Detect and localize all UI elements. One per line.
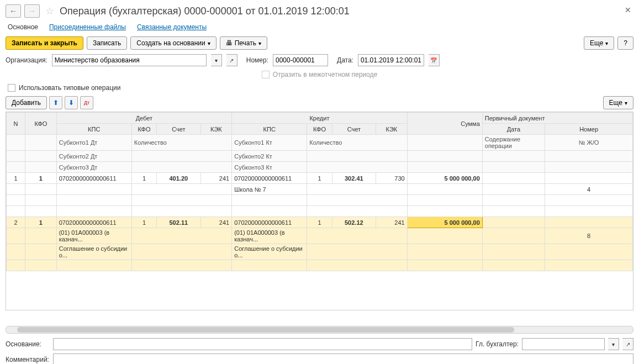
org-dropdown[interactable]: ▾ — [211, 54, 222, 66]
basis-label: Основание: — [6, 340, 50, 348]
page-title: Операция (бухгалтерская) 0000-000001 от … — [60, 6, 350, 17]
entries-grid[interactable]: N КФО Дебет Кредит Сумма Первичный докум… — [6, 112, 633, 310]
num-input[interactable] — [273, 54, 328, 66]
table-row[interactable] — [7, 206, 633, 217]
move-down-button[interactable]: ⬇ — [65, 96, 78, 109]
nav-forward[interactable]: → — [24, 4, 40, 18]
nav-back[interactable]: ← — [6, 4, 21, 18]
close-icon[interactable]: ✕ — [625, 6, 631, 14]
help-button[interactable]: ? — [617, 36, 633, 50]
tab-main[interactable]: Основное — [8, 23, 38, 31]
printer-icon: 🖶 — [226, 39, 233, 47]
chevron-down-icon: ▾ — [625, 100, 627, 106]
print-button[interactable]: 🖶Печать▾ — [220, 36, 267, 50]
org-label: Организация: — [6, 56, 47, 64]
chief-input[interactable] — [522, 338, 605, 350]
grid-more-button[interactable]: Еще▾ — [603, 96, 633, 109]
horizontal-scrollbar[interactable] — [6, 326, 633, 334]
date-label: Дата: — [337, 56, 353, 64]
date-picker[interactable]: 📅 — [429, 54, 440, 66]
table-row[interactable]: Школа № 7 4 — [7, 184, 633, 195]
interperiod-label: Отразить в межотчетном периоде — [273, 71, 377, 78]
table-row[interactable] — [7, 195, 633, 206]
chevron-down-icon: ▾ — [258, 40, 261, 46]
create-basis-button[interactable]: Создать на основании▾ — [130, 36, 216, 50]
table-row[interactable]: Соглашение о субсидии о... Соглашение о … — [7, 244, 633, 260]
table-row[interactable]: (01) 01А000003 (в казнач... (01) 01А0000… — [7, 228, 633, 244]
favorite-icon[interactable]: ☆ — [45, 5, 54, 17]
table-row[interactable]: 2 1 07020000000000611 1 502.11 241 07020… — [7, 217, 633, 228]
interperiod-checkbox[interactable] — [262, 71, 270, 78]
comment-input[interactable] — [53, 354, 633, 364]
save-button[interactable]: Записать — [87, 36, 127, 50]
table-row[interactable]: 1 1 07020000000000611 1 401.20 241 07020… — [7, 173, 633, 184]
chief-label: Гл. бухгалтер: — [476, 340, 519, 348]
dt-kt-button[interactable]: Дт — [80, 96, 93, 109]
tab-files[interactable]: Присоединенные файлы — [49, 23, 126, 31]
selected-cell[interactable]: 5 000 000,00 — [407, 217, 482, 228]
chief-dropdown[interactable]: ▾ — [608, 338, 619, 350]
comment-label: Комментарий: — [6, 356, 50, 363]
save-close-button[interactable]: Записать и закрыть — [6, 36, 83, 50]
basis-input[interactable] — [53, 338, 472, 350]
num-label: Номер: — [246, 56, 268, 64]
move-up-button[interactable]: ⬆ — [49, 96, 62, 109]
org-open[interactable]: ↗ — [226, 54, 237, 66]
chevron-down-icon: ▾ — [208, 40, 210, 46]
typical-checkbox[interactable] — [8, 84, 15, 92]
chevron-down-icon: ▾ — [605, 40, 608, 46]
date-input[interactable] — [358, 54, 424, 66]
typical-label: Использовать типовые операции — [19, 84, 120, 92]
table-row[interactable] — [7, 260, 633, 271]
tab-related[interactable]: Связанные документы — [137, 23, 207, 31]
chief-open[interactable]: ↗ — [622, 338, 633, 350]
add-button[interactable]: Добавить — [6, 96, 47, 109]
org-input[interactable] — [52, 54, 207, 66]
more-button[interactable]: Еще▾ — [584, 36, 614, 50]
